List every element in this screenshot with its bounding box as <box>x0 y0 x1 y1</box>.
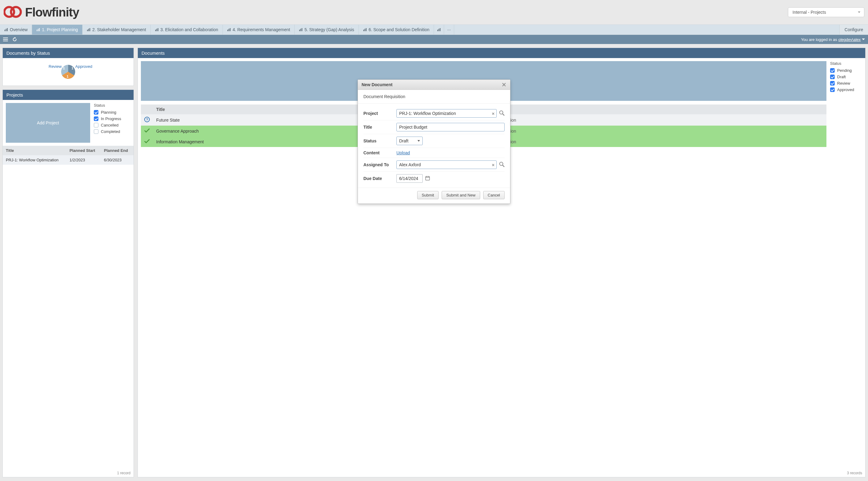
col-planned-start[interactable]: Planned Start <box>67 146 101 155</box>
svg-rect-25 <box>440 28 440 31</box>
tab-project-planning[interactable]: 1. Project Planning <box>32 25 83 35</box>
label-project: Project <box>363 111 396 116</box>
project-status-filters: Status Planning In Progress Cancelled <box>94 103 130 143</box>
tab-overflow[interactable]: ··· <box>444 25 454 35</box>
svg-rect-21 <box>365 29 365 31</box>
configure-button[interactable]: Configure <box>839 25 868 35</box>
docs-by-status-panel: Documents by Status Review Approved 1 1 … <box>2 48 134 86</box>
clear-icon[interactable]: × <box>492 111 495 116</box>
tab-stakeholder-management[interactable]: 2. Stakeholder Management <box>83 25 151 35</box>
project-input[interactable]: PRJ-1: Workflow Optimization × <box>396 109 497 118</box>
tab-overflow-partial[interactable] <box>434 25 444 35</box>
submit-button[interactable]: Submit <box>417 191 439 199</box>
svg-rect-4 <box>7 28 8 31</box>
col-planned-end[interactable]: Planned End <box>101 146 133 155</box>
label-content: Content <box>363 150 396 155</box>
filter-planning[interactable]: Planning <box>94 110 130 115</box>
tab-bar: Overview 1. Project Planning 2. Stakehol… <box>0 25 868 35</box>
tab-requirements-management[interactable]: 4. Requirements Management <box>223 25 294 35</box>
status-select[interactable]: Draft <box>396 137 423 145</box>
slice-value: 1 <box>71 66 73 70</box>
filter-cancelled[interactable]: Cancelled <box>94 123 130 127</box>
checkbox-icon <box>94 129 98 134</box>
check-icon <box>144 140 150 145</box>
cancel-button[interactable]: Cancel <box>483 191 505 199</box>
close-icon[interactable] <box>501 82 506 87</box>
calendar-icon[interactable] <box>425 176 430 182</box>
svg-rect-7 <box>39 28 40 31</box>
filter-review[interactable]: Review <box>830 81 862 86</box>
brand-icon <box>4 5 22 20</box>
svg-rect-26 <box>3 38 8 38</box>
filter-pending[interactable]: Pending <box>830 68 862 73</box>
svg-rect-15 <box>228 29 229 31</box>
username-link[interactable]: olegdev\alex <box>838 37 861 42</box>
svg-rect-9 <box>88 29 89 31</box>
tab-scope-solution-definition[interactable]: 6. Scope and Solution Definition <box>359 25 434 35</box>
svg-point-33 <box>500 162 503 165</box>
slice-value: 1 <box>63 66 65 70</box>
add-project-button[interactable]: Add Project <box>6 103 90 143</box>
svg-rect-35 <box>426 176 430 180</box>
due-date-input[interactable]: 6/14/2024 <box>396 174 423 183</box>
context-selector[interactable]: Internal - Projects <box>788 7 864 17</box>
table-row[interactable]: PRJ-1: Workflow Optimization 1/2/2023 6/… <box>3 155 133 165</box>
checkbox-icon <box>830 68 835 73</box>
assigned-to-input[interactable]: Alex Axford × <box>396 160 497 169</box>
svg-point-1 <box>11 7 21 17</box>
svg-rect-19 <box>302 28 302 31</box>
hamburger-icon[interactable] <box>3 37 8 41</box>
left-column: Documents by Status Review Approved 1 1 … <box>2 48 134 477</box>
context-selector-value: Internal - Projects <box>793 10 826 15</box>
checkbox-icon <box>830 74 835 79</box>
cell-end: 6/30/2023 <box>101 155 133 165</box>
svg-rect-13 <box>158 28 158 31</box>
svg-text:?: ? <box>146 118 148 121</box>
svg-rect-11 <box>155 30 156 31</box>
svg-rect-6 <box>38 29 38 31</box>
svg-rect-20 <box>363 30 364 31</box>
panel-title: Projects <box>3 90 133 100</box>
modal-title: New Document <box>362 82 393 87</box>
tab-overview[interactable]: Overview <box>0 25 32 35</box>
checkbox-icon <box>94 123 98 127</box>
search-icon[interactable] <box>499 162 505 168</box>
chart-icon <box>437 28 441 31</box>
filter-approved[interactable]: Approved <box>830 87 862 92</box>
modal-actions: Submit Submit and New Cancel <box>358 188 510 203</box>
search-icon[interactable] <box>499 110 505 117</box>
filter-completed[interactable]: Completed <box>94 129 130 134</box>
checkbox-icon <box>830 87 835 92</box>
svg-rect-12 <box>156 29 157 31</box>
slice-label-review[interactable]: Review <box>49 64 62 69</box>
cell-title: PRJ-1: Workflow Optimization <box>3 155 67 165</box>
modal-titlebar[interactable]: New Document <box>358 80 510 90</box>
help-icon: ? <box>144 118 150 123</box>
status-group-label: Status <box>830 61 862 66</box>
svg-rect-8 <box>87 30 88 31</box>
filter-draft[interactable]: Draft <box>830 74 862 79</box>
svg-line-32 <box>503 114 505 116</box>
slice-value: 1 <box>67 74 68 78</box>
svg-rect-23 <box>437 30 438 31</box>
clear-icon[interactable]: × <box>492 162 495 167</box>
title-input[interactable]: Project Budget <box>396 123 505 131</box>
chevron-down-icon[interactable] <box>862 38 865 41</box>
chart-icon <box>4 28 8 31</box>
new-document-modal: New Document Document Requisition Projec… <box>358 79 510 204</box>
col-title[interactable]: Title <box>3 146 67 155</box>
tab-strategy-gap-analysis[interactable]: 5. Strategy (Gap) Analysis <box>294 25 359 35</box>
slice-label-approved[interactable]: Approved <box>75 64 92 69</box>
sub-toolbar: You are logged in as olegdev\alex <box>0 35 868 44</box>
svg-rect-22 <box>366 28 367 31</box>
svg-rect-27 <box>3 39 8 40</box>
app-header: Flowfinity Internal - Projects <box>0 0 868 25</box>
refresh-icon[interactable] <box>12 37 17 42</box>
submit-and-new-button[interactable]: Submit and New <box>442 191 480 199</box>
upload-link[interactable]: Upload <box>396 150 410 155</box>
col-status-icon <box>141 104 153 114</box>
tab-elicitation-collaboration[interactable]: 3. Elicitation and Collaboration <box>151 25 223 35</box>
svg-rect-10 <box>90 28 90 31</box>
panel-title: Documents by Status <box>3 48 133 58</box>
filter-in-progress[interactable]: In Progress <box>94 117 130 121</box>
